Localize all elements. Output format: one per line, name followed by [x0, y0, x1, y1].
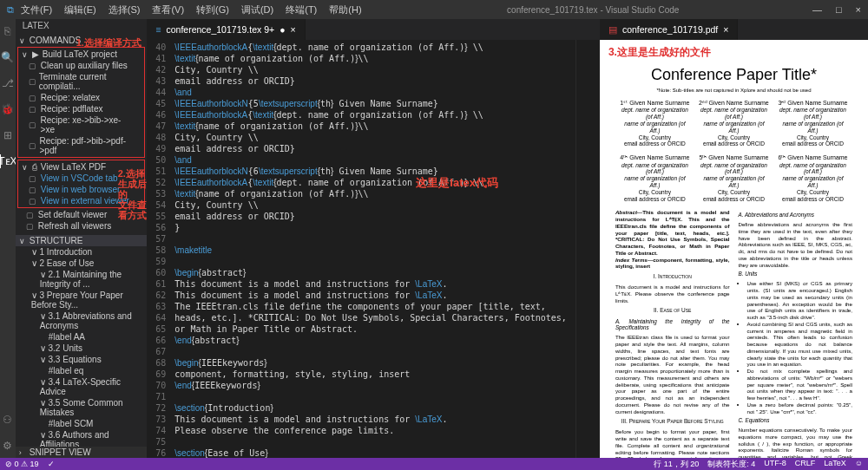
view-label: View LaTeX PDF — [41, 162, 106, 172]
pdf-tab-label: conference_101719.pdf — [622, 24, 718, 35]
pdf-panel: ▤ conference_101719.pdf × 3.这里是生成好的文件 Co… — [600, 19, 868, 458]
pdf-title: Conference Paper Title* — [615, 66, 852, 84]
build-section[interactable]: ∨▶ Build LaTeX project — [18, 49, 145, 60]
cmd-pdflatex[interactable]: ▢Recipe: pdflatex — [18, 103, 145, 114]
author-block: 5ᵗʰ Given Name Surnamedept. name of orga… — [698, 154, 769, 202]
cmd-xelatex[interactable]: ▢Recipe: xelatex — [18, 92, 145, 103]
structure-item[interactable]: ∨ 3.6 Authors and Affiliations — [16, 429, 148, 447]
tex-icon: ≡ — [155, 24, 161, 35]
commands-label: COMMANDS — [30, 36, 81, 45]
app-icon: ⧉ — [7, 4, 14, 16]
menu-edit[interactable]: 编辑(E) — [64, 3, 96, 16]
structure-item[interactable]: ∨ 2 Ease of Use — [16, 258, 148, 269]
titlebar: ⧉ 文件(F) 编辑(E) 选择(S) 查看(V) 转到(G) 调试(D) 终端… — [0, 0, 868, 19]
annotation-1: 1.选择编译方式 — [76, 36, 141, 49]
structure-item[interactable]: #label AA — [16, 331, 148, 343]
tab-label: conference_101719.tex 9+ — [166, 24, 274, 35]
menu-debug[interactable]: 调试(D) — [241, 3, 273, 16]
gear-icon[interactable]: ⚙ — [1, 439, 15, 453]
structure-item[interactable]: ∨ 3.5 Some Common Mistakes — [16, 397, 148, 418]
list-item: Use a zero before decimal points: "0.25"… — [746, 401, 852, 415]
sb-lang[interactable]: LaTeX — [824, 459, 846, 470]
structure-label: STRUCTURE — [30, 236, 83, 245]
snippet-section[interactable]: ›SNIPPET VIEW — [16, 447, 148, 458]
min-button[interactable]: — — [812, 4, 822, 15]
list-item: Avoid combining SI and CGS units, such a… — [746, 321, 852, 368]
code-area[interactable]: \IEEEauthorblockA{\textit{dept. name of … — [171, 40, 575, 458]
close-button[interactable]: × — [856, 4, 861, 15]
list-item: Use either SI (MKS) or CGS as primary un… — [746, 280, 852, 321]
sb-feedback[interactable]: ☺ — [855, 459, 863, 470]
pdf-content[interactable]: 3.这里是生成好的文件 Conference Paper Title* *Not… — [600, 40, 868, 458]
sidebar: LATEX ∨COMMANDS 1.选择编译方式 ∨▶ Build LaTeX … — [16, 19, 148, 458]
menu-help[interactable]: 帮助(H) — [329, 3, 361, 16]
search-icon[interactable]: 🔍 — [1, 50, 15, 64]
menu-file[interactable]: 文件(F) — [21, 3, 52, 16]
sidebar-header: LATEX — [16, 19, 148, 35]
statusbar: ⊘ 0 ⚠ 19 ✓ 行 11，列 20 制表符长度: 4 UTF-8 CRLF… — [0, 458, 868, 470]
author-block: 4ᵗʰ Given Name Surnamedept. name of orga… — [619, 154, 690, 202]
structure-item[interactable]: ∨ 3 Prepare Your Paper Before Sty... — [16, 290, 148, 310]
author-block: 3ʳᵈ Given Name Surnamedept. name of orga… — [778, 100, 849, 147]
menu-select[interactable]: 选择(S) — [108, 3, 141, 16]
menu-go[interactable]: 转到(G) — [196, 3, 229, 16]
cmd-pdf-bib[interactable]: ▢Recipe: pdf->bib->pdf->pdf — [18, 135, 145, 156]
pdf-tab-close[interactable]: × — [723, 24, 728, 35]
author-block: 6ᵗʰ Given Name Surnamedept. name of orga… — [778, 154, 849, 202]
annotation-2: 2.选择生成后的文件查看方式 — [118, 168, 148, 220]
snippet-label: SNIPPET VIEW — [30, 447, 91, 457]
editor-tab[interactable]: ≡ conference_101719.tex 9+ ● × — [147, 19, 305, 40]
git-icon[interactable]: ⎇ — [1, 76, 15, 90]
sb-indent[interactable]: 制表符长度: 4 — [707, 459, 755, 470]
pdf-tab-bar: ▤ conference_101719.pdf × — [600, 19, 868, 40]
minimap[interactable] — [575, 40, 600, 458]
debug-icon[interactable]: 🐞 — [1, 102, 15, 116]
build-box: ∨▶ Build LaTeX project ▢Clean up auxilia… — [17, 47, 146, 158]
line-gutter: 40 41 42 43 44 45 46 47 48 49 50 51 52 5… — [147, 40, 171, 458]
structure-item[interactable]: ∨ 3.4 LaTeX-Specific Advice — [16, 376, 148, 397]
annotation-3: 这里是latex代码 — [416, 175, 498, 191]
editor-tab-bar: ≡ conference_101719.tex 9+ ● × — [147, 19, 600, 40]
structure-section[interactable]: ∨STRUCTURE — [16, 235, 148, 246]
list-item: Do not mix complete spellings and abbrev… — [746, 368, 852, 401]
menu-terminal[interactable]: 终端(T) — [286, 3, 317, 16]
structure-item[interactable]: ∨ 3.1 Abbreviations and Acronyms — [16, 310, 148, 331]
max-button[interactable]: □ — [836, 4, 842, 15]
window-title: conference_101719.tex - Visual Studio Co… — [374, 5, 812, 15]
sb-eol[interactable]: CRLF — [795, 459, 816, 470]
structure-item[interactable]: ∨ 2.1 Maintaining the Integrity of ... — [16, 269, 148, 290]
sb-check[interactable]: ✓ — [48, 460, 55, 468]
sb-pos[interactable]: 行 11，列 20 — [654, 459, 699, 470]
author-block: 2ⁿᵈ Given Name Surnamedept. name of orga… — [698, 100, 769, 147]
modified-icon: ● — [279, 24, 285, 35]
cmd-clean[interactable]: ▢Clean up auxiliary files — [18, 60, 145, 71]
structure-item[interactable]: ∨ 3.3 Equations — [16, 354, 148, 365]
activitybar: ⎘ 🔍 ⎇ 🐞 ⊞ TᴇX ⚇ ⚙ — [0, 19, 16, 458]
structure-item[interactable]: ∨ 3.2 Units — [16, 343, 148, 354]
pdf-col-left: Abstract—This document is a model and in… — [615, 209, 730, 458]
cmd-xe-bib[interactable]: ▢Recipe: xe->bib->xe->xe — [18, 114, 145, 135]
structure-item[interactable]: #label SCM — [16, 418, 148, 429]
account-icon[interactable]: ⚇ — [1, 413, 15, 427]
cmd-terminate[interactable]: ▢Terminate current compilati... — [18, 71, 145, 92]
menu-view[interactable]: 查看(V) — [152, 3, 184, 16]
build-label: Build LaTeX project — [43, 49, 117, 59]
pdf-icon: ▤ — [608, 24, 617, 35]
tab-close-icon[interactable]: × — [290, 24, 295, 35]
pdf-col-right: A. Abbreviations and Acronyms Define abb… — [738, 209, 852, 458]
annotation-4: 3.这里是生成好的文件 — [608, 45, 711, 60]
explorer-icon[interactable]: ⎘ — [1, 24, 15, 38]
sb-encoding[interactable]: UTF-8 — [764, 459, 786, 470]
structure-item[interactable]: ∨ 1 Introduction — [16, 246, 148, 258]
sb-problems[interactable]: ⊘ 0 ⚠ 19 — [5, 460, 39, 468]
structure-item[interactable]: #label eq — [16, 365, 148, 376]
cmd-refresh[interactable]: ▢Refresh all viewers — [16, 220, 148, 232]
extensions-icon[interactable]: ⊞ — [1, 128, 15, 142]
author-block: 1ˢᵗ Given Name Surnamedept. name of orga… — [619, 100, 690, 147]
structure-list: ∨ 1 Introduction∨ 2 Ease of Use∨ 2.1 Mai… — [16, 246, 148, 447]
editor: ≡ conference_101719.tex 9+ ● × 这里是latex代… — [147, 19, 600, 458]
pdf-tab[interactable]: ▤ conference_101719.pdf × — [600, 19, 738, 40]
pdf-note: *Note: Sub-titles are not captured in Xp… — [615, 88, 852, 93]
latex-icon[interactable]: TᴇX — [0, 154, 13, 168]
